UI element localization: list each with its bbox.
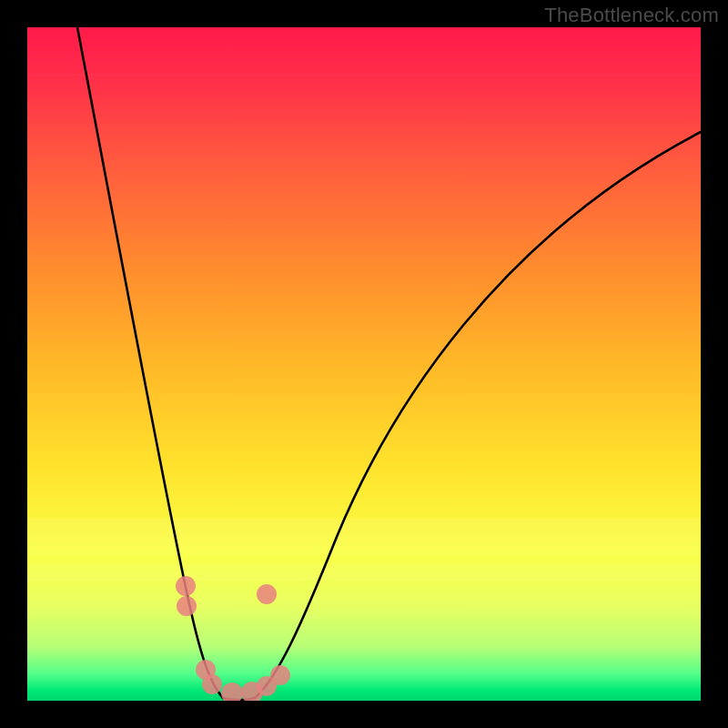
svg-point-8: [270, 665, 290, 685]
watermark-text: TheBottleneck.com: [544, 4, 719, 27]
chart-frame: TheBottleneck.com: [0, 0, 728, 728]
data-markers: [176, 576, 290, 701]
svg-point-1: [177, 596, 197, 616]
curve-left: [77, 27, 223, 698]
svg-point-4: [202, 674, 222, 694]
svg-point-2: [257, 584, 277, 604]
curve-right: [255, 132, 701, 698]
svg-point-0: [176, 576, 196, 596]
svg-point-5: [221, 682, 243, 701]
bottleneck-curves: [27, 27, 701, 701]
